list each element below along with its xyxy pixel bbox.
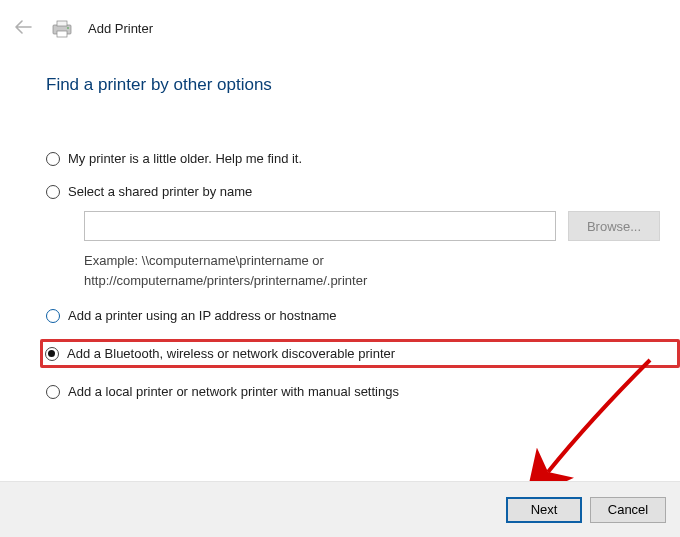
- shared-printer-path-input: [84, 211, 556, 241]
- radio-shared-printer[interactable]: [46, 185, 60, 199]
- label-ip-address[interactable]: Add a printer using an IP address or hos…: [68, 308, 337, 323]
- svg-rect-1: [57, 21, 67, 26]
- browse-button: Browse...: [568, 211, 660, 241]
- example-text: Example: \\computername\printername or h…: [84, 251, 680, 290]
- back-arrow-icon: [10, 18, 36, 39]
- label-local-printer[interactable]: Add a local printer or network printer w…: [68, 384, 399, 399]
- svg-rect-2: [57, 31, 67, 37]
- printer-options-group: My printer is a little older. Help me fi…: [46, 149, 680, 415]
- wizard-footer: Next Cancel: [0, 481, 680, 537]
- option-ip-address[interactable]: Add a printer using an IP address or hos…: [46, 306, 680, 325]
- wizard-title: Add Printer: [88, 21, 153, 36]
- svg-point-3: [67, 27, 69, 29]
- radio-ip-address[interactable]: [46, 309, 60, 323]
- radio-local-printer[interactable]: [46, 385, 60, 399]
- example-line1: Example: \\computername\printername or: [84, 253, 324, 268]
- option-older-printer[interactable]: My printer is a little older. Help me fi…: [46, 149, 680, 168]
- label-bluetooth-network[interactable]: Add a Bluetooth, wireless or network dis…: [67, 346, 395, 361]
- option-bluetooth-highlight: Add a Bluetooth, wireless or network dis…: [40, 339, 680, 368]
- page-heading: Find a printer by other options: [46, 75, 680, 95]
- radio-older-printer[interactable]: [46, 152, 60, 166]
- radio-bluetooth-network[interactable]: [45, 347, 59, 361]
- label-older-printer[interactable]: My printer is a little older. Help me fi…: [68, 151, 302, 166]
- next-button[interactable]: Next: [506, 497, 582, 523]
- cancel-button[interactable]: Cancel: [590, 497, 666, 523]
- option-local-printer[interactable]: Add a local printer or network printer w…: [46, 382, 680, 401]
- option-shared-printer[interactable]: Select a shared printer by name: [46, 182, 680, 201]
- wizard-header: Add Printer: [0, 0, 680, 47]
- example-line2: http://computername/printers/printername…: [84, 273, 367, 288]
- shared-printer-subgroup: Browse... Example: \\computername\printe…: [84, 211, 680, 290]
- printer-icon: [50, 20, 74, 38]
- label-shared-printer[interactable]: Select a shared printer by name: [68, 184, 252, 199]
- wizard-body: Find a printer by other options My print…: [0, 47, 680, 415]
